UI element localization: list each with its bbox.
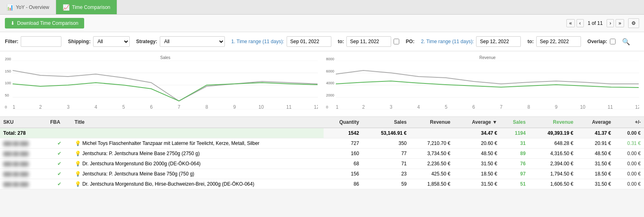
svg-text:6: 6 [150,104,153,110]
row-revenue1: 3,734.50 € [410,149,453,159]
to1-label: to: [338,39,344,44]
total-sales2: 1194 [500,128,529,138]
revenue-chart-svg: 1 2 3 4 5 6 7 8 9 10 11 12 [336,61,639,110]
col-header-sales1[interactable]: Sales [362,117,410,128]
row-quantity: 86 [324,179,362,189]
row-title: 💡Dr. Jentschura Morgenstund Bio, Hirse-B… [72,179,324,189]
table-row: ███ ██ ███✔💡Dr. Jentschura Morgenstund B… [0,179,644,189]
sales-y-150: 150 [5,69,11,73]
first-page-button[interactable]: « [566,19,575,27]
row-sales2: 31 [500,138,529,149]
svg-text:2: 2 [362,104,365,110]
data-table-area: SKU FBA Title Quantity Sales Revenue Ave… [0,117,644,189]
top-navigation: 📊 YoY - Overview 📈 Time Comparison [0,0,644,15]
svg-text:4: 4 [417,104,420,110]
col-header-title[interactable]: Title [72,117,324,128]
sales-chart: 200 150 100 50 0 Sales [5,55,318,112]
svg-text:7: 7 [500,104,503,110]
total-plusminus: 0.00 € [614,128,644,138]
col-header-average1[interactable]: Average ▼ [454,117,500,128]
table-header-row: SKU FBA Title Quantity Sales Revenue Ave… [0,117,644,128]
to1-group: to: [338,36,399,47]
checkmark-icon: ✔ [57,171,61,177]
row-average2: 31.50 € [577,179,614,189]
time-range1-start[interactable] [287,36,331,47]
download-icon: ⬇ [11,20,15,26]
row-sales2: 51 [500,179,529,189]
table-row: ███ ██ ███✔💡Jentschura: P. Jentschura Me… [0,149,644,159]
strategy-select[interactable]: All [160,36,225,47]
table-row: ███ ██ ███✔💡Dr. Jentschura Morgenstund B… [0,159,644,169]
time-range2-start[interactable] [476,36,521,47]
tab-time-comparison[interactable]: 📈 Time Comparison [56,0,117,14]
last-page-button[interactable]: » [616,19,624,27]
filter-group: Filter: [5,36,61,47]
row-revenue1: 2,236.50 € [410,159,453,169]
row-sales1: 23 [362,169,410,179]
revenue-chart: 8000 6000 4000 2000 0 Revenue [326,55,639,112]
shipping-select[interactable]: All [93,36,130,47]
time-icon: 📈 [63,4,70,11]
bulb-icon: 💡 [75,140,81,146]
shipping-group: Shipping: All [68,36,129,47]
svg-text:8: 8 [527,104,530,110]
row-average2: 20.91 € [577,138,614,149]
time-range1-group: 1. Time range (11 days): [231,36,331,47]
prev-page-button[interactable]: ‹ [577,19,584,27]
row-sales2: 89 [500,149,529,159]
row-fba: ✔ [47,149,72,159]
time-range2-label: 2. Time range (11 days): [421,39,474,44]
col-header-quantity[interactable]: Quantity [324,117,362,128]
sales-chart-svg: 1 2 3 4 5 6 7 8 9 10 11 12 [13,61,318,110]
tab-yoy-label: YoY - Overview [16,4,49,10]
row-title: 💡Dr. Jentschura Morgenstund Bio 2000g (D… [72,159,324,169]
row-sku: ███ ██ ███ [0,138,47,149]
filter-label: Filter: [5,39,18,44]
data-table: SKU FBA Title Quantity Sales Revenue Ave… [0,117,644,189]
search-button[interactable]: 🔍 [622,38,630,46]
filters-row: Filter: Shipping: All Strategy: All 1. T… [0,32,644,51]
row-revenue1: 1,858.50 € [410,179,453,189]
download-button[interactable]: ⬇ Download Time Comparison [5,18,84,28]
row-average2: 31.50 € [577,159,614,169]
next-page-button[interactable]: › [607,19,614,27]
row-fba: ✔ [47,169,72,179]
col-header-revenue1[interactable]: Revenue [410,117,453,128]
row-fba: ✔ [47,138,72,149]
row-title: 💡Michel Toys Flaschenhalter Tanzpaar mit… [72,138,324,149]
rev-y-0: 0 [326,105,334,109]
col-header-sales2[interactable]: Sales [500,117,529,128]
row-average1: 48.50 € [454,149,500,159]
po-checkbox1[interactable] [394,39,399,44]
row-average1: 31.50 € [454,179,500,189]
col-header-plusminus[interactable]: +/- [614,117,644,128]
row-sku: ███ ██ ███ [0,149,47,159]
col-header-fba[interactable]: FBA [47,117,72,128]
to2-label: to: [527,39,533,44]
row-plusminus: 0.00 € [614,179,644,189]
row-sales1: 59 [362,179,410,189]
total-label: Total: 278 [0,128,324,138]
row-plusminus: 0.00 € [614,159,644,169]
time-range2-end[interactable] [536,36,581,47]
overlap-checkbox[interactable] [610,39,616,44]
time-range1-label: 1. Time range (11 days): [231,39,284,44]
row-sales1: 71 [362,159,410,169]
po-group: PO: [406,39,414,44]
tab-yoy[interactable]: 📊 YoY - Overview [0,0,56,14]
row-revenue2: 2,394.00 € [529,159,577,169]
svg-text:11: 11 [607,104,613,110]
svg-text:2: 2 [39,104,42,110]
checkmark-icon: ✔ [57,161,61,167]
filter-input[interactable] [21,36,61,47]
checkmark-icon: ✔ [57,151,61,156]
settings-button[interactable]: ⚙ [628,18,639,28]
pagination: « ‹ 1 of 11 › » ⚙ [566,18,639,28]
svg-text:9: 9 [555,104,558,110]
col-header-average2[interactable]: Average [577,117,614,128]
col-header-sku[interactable]: SKU [0,117,47,128]
rev-y-4000: 4000 [326,81,334,85]
time-range1-end[interactable] [346,36,391,47]
col-header-revenue2[interactable]: Revenue [529,117,577,128]
charts-area: 200 150 100 50 0 Sales [0,51,644,117]
